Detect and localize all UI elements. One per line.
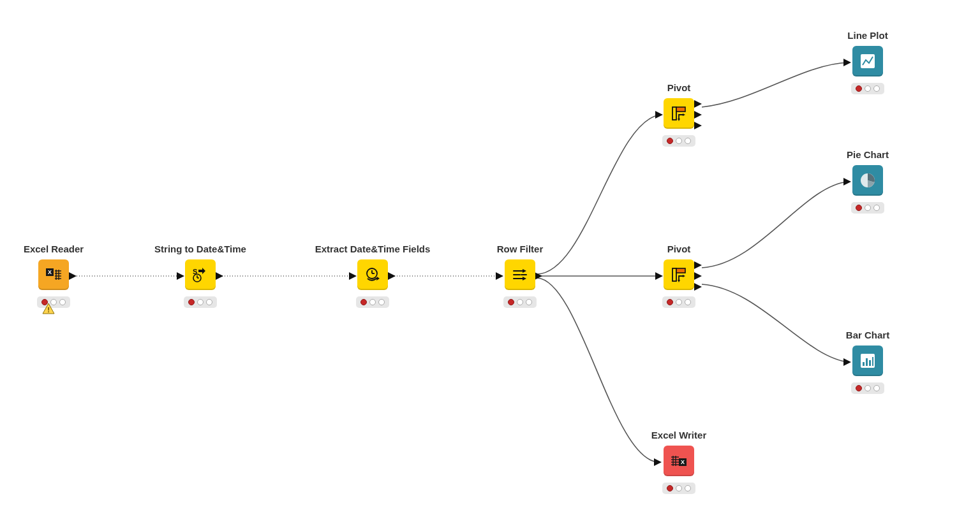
pivot-icon — [664, 98, 694, 129]
line-plot-icon — [852, 46, 883, 76]
svg-marker-48 — [683, 113, 685, 116]
node-status — [356, 296, 389, 308]
node-row-filter[interactable]: Row Filter — [475, 244, 565, 308]
node-status — [662, 135, 695, 147]
node-label: Bar Chart — [846, 330, 889, 340]
node-bar-chart[interactable]: Bar Chart — [823, 330, 912, 394]
node-status — [184, 296, 217, 308]
node-status — [662, 296, 695, 308]
warning-icon: ! — [42, 303, 55, 314]
node-label: Pivot — [667, 244, 691, 254]
svg-rect-67 — [869, 360, 871, 366]
node-pivot-2[interactable]: Pivot — [634, 244, 724, 308]
node-label: String to Date&Time — [154, 244, 246, 254]
node-label: Extract Date&Time Fields — [315, 244, 431, 254]
workflow-canvas[interactable]: Excel Reader X ! Stri — [0, 0, 980, 531]
svg-text:X: X — [681, 459, 685, 465]
svg-rect-49 — [672, 268, 676, 281]
svg-marker-47 — [678, 119, 680, 121]
node-status — [851, 202, 884, 214]
svg-rect-66 — [866, 358, 868, 366]
svg-rect-65 — [863, 362, 865, 366]
pie-chart-icon — [852, 165, 883, 196]
svg-rect-68 — [872, 357, 873, 366]
excel-write-icon: X — [664, 446, 694, 476]
svg-marker-53 — [683, 275, 685, 277]
svg-rect-45 — [676, 107, 685, 112]
node-extract-datetime-fields[interactable]: Extract Date&Time Fields — [315, 244, 430, 308]
svg-marker-39 — [523, 269, 526, 273]
svg-text:!: ! — [47, 306, 50, 314]
node-label: Row Filter — [497, 244, 544, 254]
node-status — [503, 296, 537, 308]
node-line-plot[interactable]: Line Plot — [823, 30, 912, 94]
node-status — [662, 483, 695, 494]
pivot-icon — [664, 259, 694, 290]
s-to-clock-icon: S — [185, 259, 216, 290]
svg-marker-52 — [678, 280, 680, 282]
node-string-to-datetime[interactable]: String to Date&Time S — [156, 244, 245, 308]
node-label: Line Plot — [847, 30, 887, 41]
node-status — [851, 382, 884, 394]
svg-marker-37 — [376, 277, 380, 280]
node-label: Excel Writer — [651, 430, 706, 440]
clock-arrow-icon — [357, 259, 388, 290]
node-pivot-1[interactable]: Pivot — [634, 82, 724, 147]
node-label: Excel Reader — [24, 244, 84, 254]
node-excel-writer[interactable]: Excel Writer X — [634, 430, 724, 494]
svg-rect-44 — [672, 107, 676, 120]
node-excel-reader[interactable]: Excel Reader X ! — [9, 244, 98, 308]
svg-rect-50 — [676, 268, 685, 273]
svg-text:X: X — [48, 269, 52, 275]
svg-marker-43 — [523, 277, 526, 280]
node-label: Pie Chart — [847, 149, 889, 160]
row-filter-icon — [505, 259, 535, 290]
node-pie-chart[interactable]: Pie Chart — [823, 149, 912, 214]
node-status — [851, 83, 884, 94]
node-label: Pivot — [667, 82, 691, 93]
excel-read-icon: X — [38, 259, 69, 290]
bar-chart-icon — [852, 346, 883, 376]
